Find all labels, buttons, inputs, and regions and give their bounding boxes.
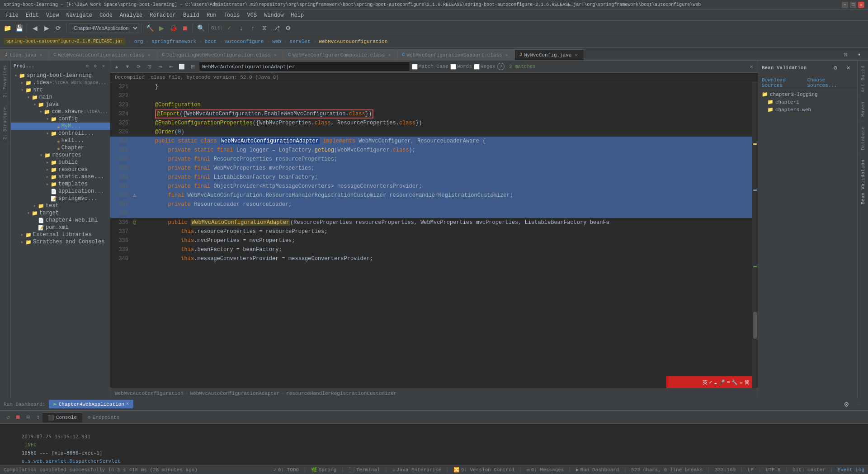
tree-java[interactable]: ▾ 📁 java xyxy=(11,101,110,108)
tree-test[interactable]: ▸ 📁 test xyxy=(11,202,110,209)
tab-0[interactable]: J tion.java ✕ xyxy=(0,49,48,60)
toolbar-open-button[interactable]: 📁 xyxy=(2,23,13,33)
status-messages[interactable]: ✉ 0: Messages xyxy=(527,467,564,473)
tree-src[interactable]: ▾ 📁 src xyxy=(11,86,110,94)
menu-tools[interactable]: Tools xyxy=(220,11,244,19)
search-filter-button[interactable]: ⊡ xyxy=(145,62,154,71)
run-tab-close[interactable]: × xyxy=(126,402,129,407)
regex-checkbox[interactable] xyxy=(474,64,480,70)
run-button[interactable]: ▶ xyxy=(156,23,167,33)
tree-static[interactable]: ▸ 📁 static.asse... xyxy=(11,173,110,180)
search-arrows-button[interactable]: ⇥ xyxy=(156,62,165,71)
bottom-restart-btn[interactable]: ↺ xyxy=(4,413,13,422)
git-push[interactable]: ↑ xyxy=(247,23,258,33)
toolbar-forward-button[interactable]: ▶ xyxy=(41,23,52,33)
menu-build[interactable]: Build xyxy=(179,11,203,19)
menu-window[interactable]: Window xyxy=(260,11,287,19)
search-filter2-button[interactable]: ⊞ xyxy=(188,62,197,71)
status-run-dashboard[interactable]: ▶ Run Dashboard xyxy=(576,467,619,473)
menu-edit[interactable]: Edit xyxy=(22,11,42,19)
search-refresh-button[interactable]: ⟳ xyxy=(134,62,143,71)
search-options-button[interactable]: ⇤ xyxy=(166,62,175,71)
tree-scratches[interactable]: ▸ 📁 Scratches and Consoles xyxy=(11,238,110,246)
menu-run[interactable]: Run xyxy=(203,11,220,19)
sidebar-tool-close[interactable]: ✕ xyxy=(100,62,107,70)
scroll-thumb[interactable] xyxy=(753,312,757,339)
search-button[interactable]: 🔍 xyxy=(195,23,206,33)
search-help-button[interactable]: ? xyxy=(497,63,505,70)
minimize-button[interactable]: – xyxy=(842,2,848,8)
tree-chapter[interactable]: ☕ Chapter xyxy=(11,144,110,152)
tree-config[interactable]: ▾ 📁 config xyxy=(11,115,110,123)
tree-hello[interactable]: ☕ Hell... xyxy=(11,137,110,144)
bottom-scroll-btn[interactable]: ↧ xyxy=(33,413,42,422)
status-spring[interactable]: 🌿 Spring xyxy=(311,467,337,473)
sidebar-tool-new[interactable]: ⊕ xyxy=(84,62,91,70)
rd-settings[interactable]: ⚙ xyxy=(841,399,852,410)
menu-vcs[interactable]: VCS xyxy=(244,11,261,19)
left-tab-favorites[interactable]: 2: Favorites xyxy=(1,61,9,103)
tree-application[interactable]: 📄 application... xyxy=(11,188,110,195)
toolbar-recent-button[interactable]: ⟳ xyxy=(53,23,64,33)
tree-springmvc[interactable]: 📝 springmvc... xyxy=(11,195,110,202)
tab-2[interactable]: C DelegatingWebMvcConfiguration.class ✕ xyxy=(157,49,283,60)
tab-0-close[interactable]: ✕ xyxy=(38,52,43,58)
bottom-tab-console[interactable]: ⬛ Console xyxy=(42,412,82,422)
tab-3[interactable]: C WebMvcConfigurerComposite.class ✕ xyxy=(283,49,397,60)
tab-split-right[interactable]: ⊡ xyxy=(840,49,851,60)
tree-main[interactable]: ▾ 📁 main xyxy=(11,94,110,101)
status-eventlog[interactable]: Event Log xyxy=(838,467,864,473)
left-tab-structure[interactable]: 2: Structure xyxy=(1,103,9,145)
tab-1-close[interactable]: ✕ xyxy=(146,52,152,58)
menu-refactor[interactable]: Refactor xyxy=(146,11,179,19)
status-terminal[interactable]: ⬛ Terminal xyxy=(349,467,380,473)
tab-3-close[interactable]: ✕ xyxy=(387,52,392,58)
right-tree-chapter4[interactable]: 📁 chapter4-web xyxy=(758,106,857,114)
status-vcs[interactable]: 🔀 9: Version Control xyxy=(453,467,515,473)
tab-4-close[interactable]: ✕ xyxy=(504,52,509,58)
nav-boot[interactable]: boot xyxy=(205,39,217,44)
run-dashboard-tab[interactable]: ▶ Chapter4WebApplication × xyxy=(49,400,133,408)
download-sources-link[interactable]: Download Sources xyxy=(762,77,805,88)
git-settings[interactable]: ⚙ xyxy=(283,23,293,33)
close-button[interactable]: ✕ xyxy=(858,2,864,8)
side-tab-bean[interactable]: Bean Validation xyxy=(859,155,868,209)
words-checkbox[interactable] xyxy=(450,64,456,70)
tree-target[interactable]: ▾ 📁 target xyxy=(11,209,110,217)
tab-5[interactable]: J MyMvcConfig.java ✕ xyxy=(514,49,584,60)
menu-file[interactable]: File xyxy=(2,11,22,19)
debug-button[interactable]: 🐞 xyxy=(168,23,179,33)
menu-help[interactable]: Help xyxy=(287,11,307,19)
tree-spring-boot-learning[interactable]: ▾ 📁 spring-boot-learning xyxy=(11,72,110,79)
right-tree-chapter1[interactable]: 📁 chapter1 xyxy=(758,98,857,106)
toolbar-back-button[interactable]: ◀ xyxy=(29,23,40,33)
toolbar-save-button[interactable]: 💾 xyxy=(14,23,24,33)
match-case-checkbox[interactable] xyxy=(412,64,418,70)
regex-option[interactable]: Regex xyxy=(474,64,495,70)
tree-pomxml[interactable]: 📝 pom.xml xyxy=(11,224,110,231)
git-checkmark[interactable]: ✓ xyxy=(224,23,235,33)
nav-class[interactable]: WebMvcAutoConfiguration xyxy=(319,39,387,44)
tree-comshawn[interactable]: ▾ 📁 com.shawn F:\IDEA... xyxy=(11,108,110,115)
tree-templates[interactable]: ▸ 📁 templates xyxy=(11,180,110,188)
git-history[interactable]: ⧖ xyxy=(259,23,270,33)
bottom-stop-btn[interactable]: ⏹ xyxy=(14,413,23,422)
nav-org[interactable]: org xyxy=(134,39,143,44)
tab-1[interactable]: C WebMvcAutoConfiguration.class ✕ xyxy=(48,49,156,60)
tree-chapter4web-iml[interactable]: 📄 chapter4-web.iml xyxy=(11,217,110,224)
words-option[interactable]: Words xyxy=(450,64,472,70)
menu-view[interactable]: View xyxy=(42,11,63,19)
tree-idea[interactable]: ▸ 📁 .idea F:\IDEA Work Space... xyxy=(11,79,110,86)
tree-mymvc[interactable]: ☕ MyM... xyxy=(11,123,110,130)
side-tab-ant[interactable]: Ant Build xyxy=(859,61,868,97)
menu-code[interactable]: Code xyxy=(96,11,116,19)
git-branch[interactable]: ⎇ xyxy=(271,23,282,33)
nav-web[interactable]: web xyxy=(272,39,281,44)
right-panel-close[interactable]: ✕ xyxy=(843,62,854,73)
tab-5-close[interactable]: ✕ xyxy=(574,52,579,58)
tree-external-libs[interactable]: ▸ 📁 External Libraries xyxy=(11,231,110,238)
status-todo[interactable]: ✓ 6: TODO xyxy=(274,467,299,473)
editor-scrollbar[interactable] xyxy=(752,82,758,388)
tab-recent[interactable]: ▾ xyxy=(854,49,864,60)
run-config-dropdown[interactable]: Chapter4WebApplication xyxy=(69,23,139,33)
